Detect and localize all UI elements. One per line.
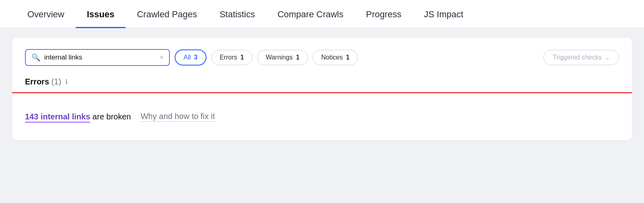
tab-issues[interactable]: Issues	[76, 0, 126, 28]
nav-tabs: Overview Issues Crawled Pages Statistics…	[0, 0, 644, 28]
filter-warnings-count: 1	[296, 54, 299, 61]
error-divider	[12, 92, 632, 93]
tab-statistics[interactable]: Statistics	[208, 0, 266, 28]
fix-link[interactable]: Why and how to fix it	[140, 112, 215, 122]
issue-text: are broken	[90, 112, 131, 121]
chevron-down-icon: ⌄	[605, 54, 610, 61]
filter-row: 🔍 × All 3 Errors 1 Warnings 1	[25, 49, 619, 66]
filter-notices-label: Notices	[321, 54, 343, 61]
search-icon: 🔍	[31, 53, 40, 62]
content-area: 🔍 × All 3 Errors 1 Warnings 1	[0, 28, 644, 150]
filter-warnings-button[interactable]: Warnings 1	[257, 50, 308, 65]
errors-section-header: Errors (1) ℹ	[25, 77, 619, 92]
clear-icon[interactable]: ×	[160, 54, 163, 61]
issue-link[interactable]: 143 internal links	[25, 112, 90, 123]
errors-title: Errors (1)	[25, 77, 61, 86]
filter-errors-label: Errors	[220, 54, 237, 61]
filter-all-label: All	[184, 54, 191, 61]
info-icon[interactable]: ℹ	[65, 78, 68, 86]
issue-row: 143 internal links are broken Why and ho…	[25, 105, 619, 129]
filter-all-count: 3	[194, 54, 198, 61]
issue-description: 143 internal links are broken	[25, 112, 131, 121]
tab-progress[interactable]: Progress	[355, 0, 413, 28]
filter-errors-count: 1	[240, 54, 244, 61]
errors-count: (1)	[52, 77, 61, 86]
tab-js-impact[interactable]: JS Impact	[413, 0, 475, 28]
main-panel: 🔍 × All 3 Errors 1 Warnings 1	[12, 38, 632, 140]
tab-compare-crawls[interactable]: Compare Crawls	[266, 0, 355, 28]
triggered-checks-dropdown[interactable]: Triggered checks ⌄	[543, 50, 619, 65]
filter-warnings-label: Warnings	[266, 54, 293, 61]
triggered-checks-label: Triggered checks	[553, 54, 602, 61]
filter-notices-count: 1	[346, 54, 349, 61]
filter-notices-button[interactable]: Notices 1	[313, 50, 358, 65]
tab-crawled-pages[interactable]: Crawled Pages	[126, 0, 208, 28]
tab-overview[interactable]: Overview	[16, 0, 76, 28]
search-input[interactable]	[44, 53, 156, 62]
filter-all-button[interactable]: All 3	[175, 49, 206, 66]
page-wrapper: Overview Issues Crawled Pages Statistics…	[0, 0, 644, 203]
filter-errors-button[interactable]: Errors 1	[211, 50, 252, 65]
search-box[interactable]: 🔍 ×	[25, 49, 170, 66]
